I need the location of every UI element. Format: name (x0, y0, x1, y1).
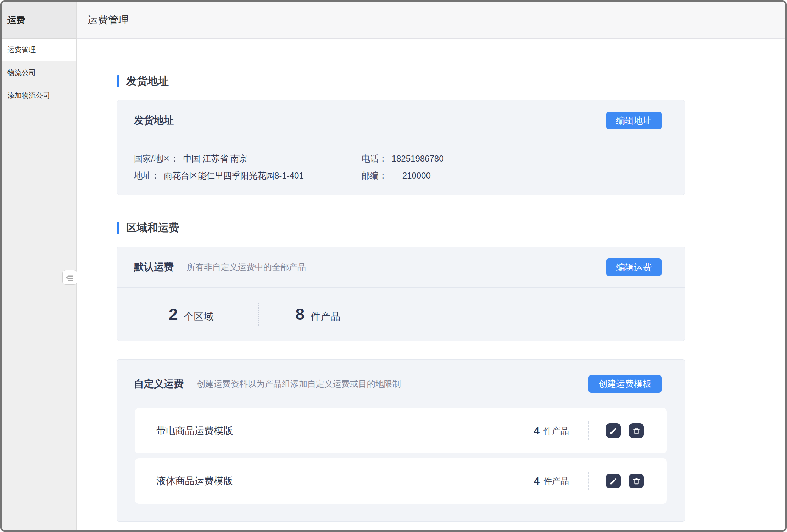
page-title: 运费管理 (88, 13, 129, 27)
delete-template-button[interactable] (629, 474, 644, 488)
pencil-icon (609, 427, 618, 435)
main-area: 运费管理 发货地址 发货地址 编辑地址 国家/地区： 中国 江苏省 南京 (77, 2, 785, 530)
page-header: 运费管理 (77, 2, 785, 39)
products-stat: 8 件产品 (296, 305, 341, 324)
freight-template-list: 带电商品运费模版 4 件产品 (117, 408, 685, 521)
sidebar-item-freight-management[interactable]: 运费管理 (2, 39, 76, 61)
freight-template-row: 液体商品运费模版 4 件产品 (135, 458, 667, 504)
address-row: 地址： 雨花台区能仁里四季阳光花园8-1-401 邮编： 210000 (134, 167, 685, 184)
card-subtitle: 创建运费资料以为产品组添加自定义运费或目的地限制 (197, 378, 401, 390)
card-title: 自定义运费 (134, 377, 184, 391)
default-freight-stats: 2 个区域 8 件产品 (117, 288, 685, 341)
delete-template-button[interactable] (629, 423, 644, 438)
edit-address-button[interactable]: 编辑地址 (606, 112, 662, 129)
template-product-count: 4 (534, 425, 540, 437)
card-title: 发货地址 (134, 114, 174, 127)
default-freight-card-header: 默认运费 所有非自定义运费中的全部产品 编辑运费 (117, 247, 685, 288)
template-row-actions: 4 件产品 (534, 472, 644, 490)
section-regions-freight: 区域和运费 (117, 221, 682, 235)
street-value: 雨花台区能仁里四季阳光花园8-1-401 (164, 170, 304, 181)
pencil-icon (609, 477, 618, 485)
custom-freight-card-header: 自定义运费 创建运费资料以为产品组添加自定义运费或目的地限制 创建运费模板 (117, 360, 685, 408)
sidebar-item-label: 添加物流公司 (7, 91, 50, 100)
zones-count: 2 (169, 305, 178, 324)
dashed-divider (588, 421, 589, 440)
sidebar-item-label: 运费管理 (7, 45, 36, 55)
zones-stat: 2 个区域 (169, 305, 214, 324)
postcode-value: 210000 (402, 171, 431, 180)
products-count: 8 (296, 305, 305, 324)
edit-template-button[interactable] (606, 474, 621, 488)
template-product-count: 4 (534, 475, 540, 487)
app-window: 运费 运费管理 物流公司 添加物流公司 (0, 0, 787, 532)
menu-fold-icon (65, 273, 74, 282)
content: 发货地址 发货地址 编辑地址 国家/地区： 中国 江苏省 南京 电话： (77, 74, 785, 522)
dotted-divider (258, 303, 259, 326)
postcode-label: 邮编： (362, 171, 387, 180)
shipping-address-card: 发货地址 编辑地址 国家/地区： 中国 江苏省 南京 电话： 182519867… (117, 100, 685, 195)
country-value: 中国 江苏省 南京 (183, 153, 247, 164)
phone-label: 电话： (362, 154, 387, 163)
trash-icon (632, 427, 641, 435)
section-shipping-address: 发货地址 (117, 74, 682, 89)
card-title: 默认运费 (134, 260, 174, 274)
country-label: 国家/地区： (134, 153, 179, 164)
edit-freight-button[interactable]: 编辑运费 (606, 258, 662, 276)
edit-template-button[interactable] (606, 423, 621, 438)
shipping-address-card-header: 发货地址 编辑地址 (117, 100, 685, 141)
sidebar-item-label: 物流公司 (7, 68, 36, 78)
sidebar-item-logistics-company[interactable]: 物流公司 (2, 61, 76, 84)
template-product-count-label: 件产品 (543, 475, 569, 487)
template-name: 液体商品运费模版 (156, 475, 233, 487)
sidebar-item-add-logistics-company[interactable]: 添加物流公司 (2, 84, 76, 107)
phone-value: 18251986780 (392, 154, 444, 163)
default-freight-card: 默认运费 所有非自定义运费中的全部产品 编辑运费 2 个区域 8 件产品 (117, 247, 685, 341)
template-product-count-label: 件产品 (543, 425, 569, 436)
phone-field: 电话： 18251986780 (362, 153, 444, 164)
trash-icon (632, 477, 641, 485)
sidebar-collapse-button[interactable] (62, 270, 77, 285)
card-subtitle: 所有非自定义运费中的全部产品 (187, 261, 306, 273)
dashed-divider (588, 472, 589, 490)
section-accent-bar (117, 75, 119, 87)
sidebar-nav: 运费管理 物流公司 添加物流公司 (2, 39, 76, 107)
template-name: 带电商品运费模版 (156, 424, 233, 437)
postcode-field: 邮编： 210000 (362, 170, 431, 181)
street-label: 地址： (134, 170, 160, 181)
zones-label: 个区域 (184, 310, 214, 323)
sidebar: 运费 运费管理 物流公司 添加物流公司 (2, 2, 77, 530)
section-title: 发货地址 (126, 74, 169, 89)
section-accent-bar (117, 222, 119, 234)
freight-template-row: 带电商品运费模版 4 件产品 (135, 408, 667, 453)
country-field: 国家/地区： 中国 江苏省 南京 (134, 153, 362, 164)
street-field: 地址： 雨花台区能仁里四季阳光花园8-1-401 (134, 170, 362, 181)
address-row: 国家/地区： 中国 江苏省 南京 电话： 18251986780 (134, 150, 685, 167)
shipping-address-details: 国家/地区： 中国 江苏省 南京 电话： 18251986780 地址： 雨花台… (117, 141, 685, 195)
sidebar-title: 运费 (2, 2, 76, 39)
template-row-actions: 4 件产品 (534, 421, 644, 440)
create-freight-template-button[interactable]: 创建运费模板 (588, 375, 662, 393)
custom-freight-card: 自定义运费 创建运费资料以为产品组添加自定义运费或目的地限制 创建运费模板 带电… (117, 359, 685, 522)
products-label: 件产品 (311, 310, 340, 323)
section-title: 区域和运费 (126, 221, 179, 235)
